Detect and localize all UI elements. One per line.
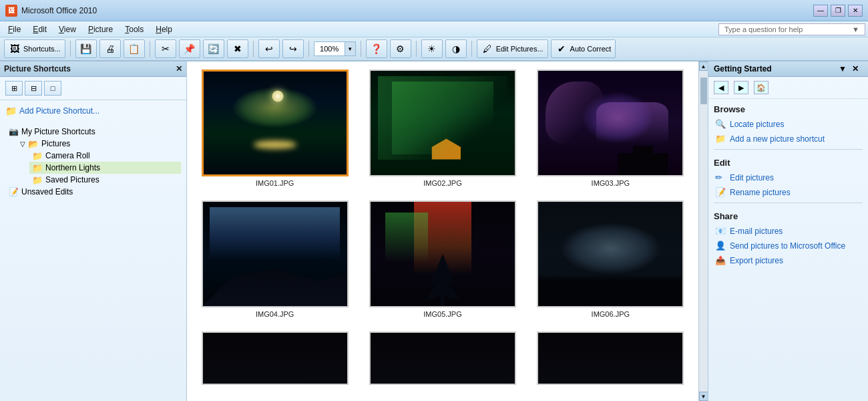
- email-icon: 📧: [715, 226, 726, 237]
- moon-element: [272, 90, 284, 102]
- zoom-control[interactable]: ▼: [314, 41, 356, 56]
- menu-picture[interactable]: Picture: [83, 23, 118, 35]
- tree-saved-pictures[interactable]: 📁 Saved Pictures: [29, 174, 181, 186]
- sidebar-header: Picture Shortcuts ✕: [0, 61, 186, 77]
- contrast-button[interactable]: ◑: [445, 39, 467, 58]
- image-label-1: IMG01.JPG: [256, 179, 294, 187]
- panel-close-button[interactable]: ✕: [852, 64, 863, 74]
- view-filmstrip-button[interactable]: ⊟: [25, 81, 42, 96]
- image-1-bg: [204, 72, 347, 174]
- cut-button[interactable]: ✂: [155, 39, 176, 58]
- add-shortcut-icon: 📁: [715, 134, 726, 144]
- copy-button[interactable]: 📋: [124, 39, 145, 58]
- image-8-bg: [371, 333, 515, 384]
- help-search-box[interactable]: Type a question for help ▼: [718, 23, 865, 35]
- add-picture-shortcut-link[interactable]: 📁 Add Picture Shortcut...: [5, 104, 181, 118]
- zoom-input[interactable]: [314, 42, 345, 55]
- tree-northern-lights[interactable]: 📁 Northern Lights: [29, 162, 181, 174]
- image-thumb-8[interactable]: [369, 331, 516, 385]
- view-thumbnails-button[interactable]: ⊞: [5, 81, 23, 96]
- image-thumb-9[interactable]: [537, 331, 684, 385]
- sidebar-close-button[interactable]: ✕: [176, 64, 182, 74]
- email-pictures-link[interactable]: 📧 E-mail pictures: [708, 224, 868, 239]
- image-2-bg: [371, 71, 515, 175]
- help-dropdown-icon[interactable]: ▼: [852, 25, 859, 33]
- right-panel: Getting Started ▼ ✕ ◀ ▶ 🏠 Browse 🔍 Locat…: [708, 61, 868, 401]
- saved-pictures-label: Saved Pictures: [45, 175, 99, 184]
- menu-view[interactable]: View: [53, 23, 81, 35]
- auto-correct-button[interactable]: ✔ Auto Correct: [551, 39, 616, 58]
- image-thumb-7[interactable]: [202, 331, 349, 385]
- tree-pictures[interactable]: ▽ 📂 Pictures: [17, 138, 181, 150]
- edit-section-title: Edit: [708, 152, 868, 170]
- image-4-bg: [203, 202, 347, 306]
- toolbar-separator-7: [471, 41, 472, 57]
- auto-correct-label: Auto Correct: [570, 45, 612, 53]
- shortcuts-button[interactable]: 🖼 Shortcuts...: [4, 39, 65, 58]
- image-thumb-5[interactable]: [369, 200, 516, 307]
- scroll-thumb[interactable]: [700, 78, 707, 104]
- sidebar-title: Picture Shortcuts: [4, 64, 71, 74]
- view-single-button[interactable]: □: [44, 81, 61, 96]
- image-item-5[interactable]: IMG05.JPG: [363, 200, 522, 323]
- maximize-button[interactable]: ❐: [831, 5, 845, 17]
- image-thumb-3[interactable]: [537, 70, 684, 176]
- close-button[interactable]: ✕: [848, 5, 863, 17]
- image-item-3[interactable]: IMG03.JPG: [531, 70, 690, 192]
- menu-tools[interactable]: Tools: [120, 23, 149, 35]
- rename-pictures-link[interactable]: 📝 Rename pictures: [708, 185, 868, 200]
- edit-pictures-link-label: Edit pictures: [730, 173, 774, 182]
- image-thumb-6[interactable]: [537, 200, 684, 307]
- image-item-7[interactable]: [195, 331, 355, 393]
- panel-home-button[interactable]: 🏠: [754, 81, 769, 94]
- edit-pictures-button[interactable]: 🖊 Edit Pictures...: [477, 39, 548, 58]
- settings-button[interactable]: ⚙: [390, 39, 411, 58]
- scrollbar[interactable]: ▲ ▼: [698, 61, 708, 401]
- image-thumb-2[interactable]: [369, 70, 516, 176]
- edit-pictures-label: Edit Pictures...: [496, 45, 544, 53]
- paste-button[interactable]: 📌: [179, 39, 200, 58]
- menu-help[interactable]: Help: [150, 23, 178, 35]
- image-item-4[interactable]: IMG04.JPG: [195, 200, 355, 323]
- scroll-down-arrow[interactable]: ▼: [699, 392, 708, 401]
- image-item-1[interactable]: IMG01.JPG: [195, 70, 355, 192]
- saved-pictures-icon: 📁: [32, 175, 43, 184]
- tree-root[interactable]: 📷 My Picture Shortcuts: [5, 126, 181, 138]
- locate-label: Locate pictures: [730, 120, 784, 129]
- tree-unsaved-edits[interactable]: 📝 Unsaved Edits: [5, 186, 181, 198]
- image-item-8[interactable]: [363, 331, 522, 393]
- send-to-office-link[interactable]: 👤 Send pictures to Microsoft Office: [708, 239, 868, 253]
- menu-edit[interactable]: Edit: [27, 23, 52, 35]
- menu-file[interactable]: File: [3, 23, 26, 35]
- delete-button[interactable]: ✖: [227, 39, 248, 58]
- image-item-9[interactable]: [531, 331, 690, 393]
- edit-pictures-link[interactable]: ✏ Edit pictures: [708, 170, 868, 185]
- panel-controls: ▼ ✕: [839, 64, 863, 74]
- print-button[interactable]: 🖨: [99, 39, 121, 58]
- help-button[interactable]: ❓: [366, 39, 387, 58]
- rename-label: Rename pictures: [730, 188, 791, 197]
- tree-subfolders: 📁 Camera Roll 📁 Northern Lights 📁 Saved …: [17, 150, 181, 186]
- redo-button[interactable]: ↪: [282, 39, 304, 58]
- image-item-6[interactable]: IMG06.JPG: [531, 200, 690, 323]
- minimize-button[interactable]: —: [813, 5, 828, 17]
- panel-forward-button[interactable]: ▶: [734, 81, 748, 94]
- image-thumb-1[interactable]: [202, 70, 349, 176]
- add-shortcut-label: Add a new picture shortcut: [730, 134, 825, 144]
- send-to-office-icon: 👤: [715, 241, 726, 251]
- locate-pictures-link[interactable]: 🔍 Locate pictures: [708, 117, 868, 132]
- image-item-2[interactable]: IMG02.JPG: [363, 70, 522, 192]
- scroll-up-arrow[interactable]: ▲: [699, 61, 708, 71]
- image-thumb-4[interactable]: [202, 200, 349, 307]
- save-button[interactable]: 💾: [75, 39, 97, 58]
- panel-back-button[interactable]: ◀: [714, 81, 728, 94]
- zoom-dropdown[interactable]: ▼: [345, 42, 355, 55]
- tree-camera-roll[interactable]: 📁 Camera Roll: [29, 150, 181, 162]
- rotate-button[interactable]: 🔄: [203, 39, 224, 58]
- add-shortcut-link[interactable]: 📁 Add a new picture shortcut: [708, 132, 868, 146]
- sidebar-add-section: 📁 Add Picture Shortcut...: [0, 100, 186, 122]
- brightness-button[interactable]: ☀: [421, 39, 443, 58]
- undo-button[interactable]: ↩: [258, 39, 280, 58]
- panel-dropdown-button[interactable]: ▼: [839, 64, 849, 74]
- export-pictures-link[interactable]: 📤 Export pictures: [708, 253, 868, 268]
